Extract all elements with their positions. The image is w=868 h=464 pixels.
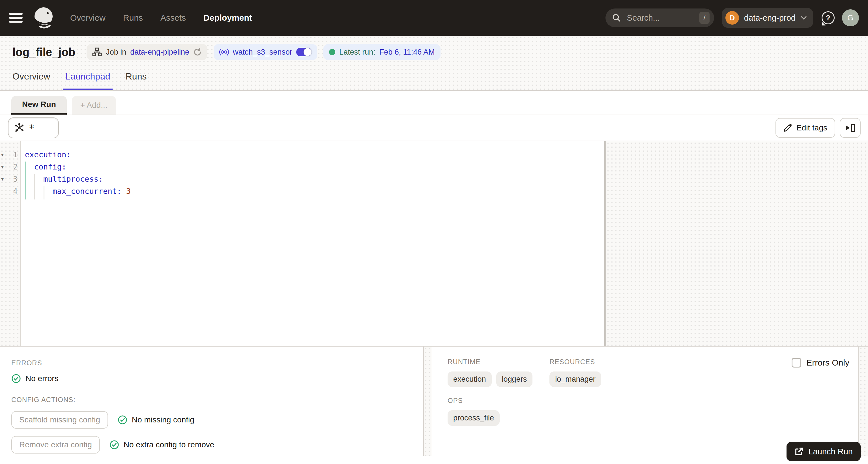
code-line[interactable]: 4 max_concurrent: 3	[0, 185, 604, 197]
tab-runs[interactable]: Runs	[124, 67, 148, 90]
errors-only-checkbox[interactable]	[792, 358, 801, 368]
page-title: log_file_job	[12, 46, 75, 59]
header-zone: log_file_job Job in data-eng-pipeline	[0, 36, 868, 91]
runtime-tag[interactable]: execution	[447, 371, 492, 387]
latest-run-link[interactable]: Feb 6, 11:46 AM	[379, 48, 435, 57]
runtime-header: RUNTIME	[447, 358, 532, 366]
job-graph-icon	[92, 48, 102, 57]
editor-split: ▾ 1 execution: ▾ 2 config: ▾ 3 multiproc…	[0, 141, 868, 347]
code-line[interactable]: ▾ 2 config:	[0, 161, 604, 173]
run-config-tab-new-run[interactable]: New Run	[11, 96, 67, 115]
job-in-label: Job in	[106, 48, 126, 57]
launch-icon	[795, 447, 804, 456]
yaml-key: config:	[25, 162, 66, 171]
yaml-key: multiprocess:	[25, 175, 103, 183]
resources-section: RESOURCES io_manager	[550, 358, 601, 387]
config-actions-header: CONFIG ACTIONS:	[11, 396, 412, 404]
search-shortcut-badge: /	[700, 12, 710, 24]
line-number: 4	[8, 187, 18, 195]
workspace-name: data-eng-prod	[744, 13, 796, 23]
chevron-down-icon	[801, 16, 807, 20]
search-icon	[612, 13, 621, 22]
user-avatar[interactable]: G	[842, 9, 859, 26]
no-extra-config-status: No extra config to remove	[110, 440, 214, 450]
op-graph-icon	[14, 123, 24, 133]
editor-right-pane	[606, 141, 868, 346]
fold-arrow-icon[interactable]: ▾	[0, 164, 8, 170]
errors-panel: ERRORS No errors CONFIG ACTIONS: Scaffol…	[0, 347, 424, 456]
code-lines: ▾ 1 execution: ▾ 2 config: ▾ 3 multiproc…	[0, 141, 604, 197]
sensor-icon	[219, 48, 229, 56]
pipeline-link[interactable]: data-eng-pipeline	[130, 48, 189, 57]
page-tabs: Overview Launchpad Runs	[0, 67, 868, 91]
search-input[interactable]	[626, 13, 694, 23]
nav-links: Overview Runs Assets Deployment	[70, 13, 252, 23]
workspace-avatar: D	[725, 11, 739, 25]
sensor-toggle[interactable]	[296, 48, 311, 56]
yaml-key: max_concurrent:	[25, 187, 126, 195]
line-number: 3	[8, 175, 18, 183]
errors-header: ERRORS	[11, 359, 412, 367]
check-circle-icon	[118, 415, 127, 425]
runtime-section: RUNTIME execution loggers	[447, 358, 532, 387]
panel-gap	[424, 347, 432, 456]
top-nav-bar: Overview Runs Assets Deployment / D data…	[0, 0, 868, 36]
op-selection-text: *	[29, 123, 34, 132]
reload-icon[interactable]	[193, 48, 202, 56]
job-location-badge: Job in data-eng-pipeline	[87, 44, 207, 60]
no-missing-config-status: No missing config	[118, 415, 194, 425]
line-number: 2	[8, 163, 18, 171]
scaffold-missing-config-button[interactable]: Scaffold missing config	[11, 411, 108, 429]
sensor-link[interactable]: watch_s3_sensor	[233, 48, 292, 57]
dagster-logo-icon[interactable]	[32, 6, 56, 30]
panel-right-margin	[859, 347, 868, 456]
launchpad-tab-row: New Run + Add...	[0, 91, 868, 115]
help-button[interactable]: ?	[822, 11, 835, 24]
bottom-strip: ERRORS No errors CONFIG ACTIONS: Scaffol…	[0, 347, 868, 456]
dagster-launchpad-page: Overview Runs Assets Deployment / D data…	[0, 0, 868, 464]
code-line[interactable]: ▾ 1 execution:	[0, 149, 604, 161]
launch-run-button[interactable]: Launch Run	[786, 442, 861, 461]
ops-header: OPS	[447, 397, 849, 405]
runtime-tag[interactable]: loggers	[496, 371, 533, 387]
fold-arrow-icon[interactable]: ▾	[0, 176, 8, 182]
scaffold-config-row: Scaffold missing config No missing confi…	[11, 411, 412, 429]
latest-run-label: Latest run:	[339, 48, 375, 57]
resources-header: RESOURCES	[550, 358, 601, 366]
no-errors-row: No errors	[11, 374, 412, 383]
code-line[interactable]: ▾ 3 multiprocess:	[0, 173, 604, 185]
target-panel: Errors Only RUNTIME execution loggers RE…	[432, 347, 859, 456]
tab-overview[interactable]: Overview	[11, 67, 51, 90]
question-mark-icon: ?	[822, 11, 835, 24]
page-header: log_file_job Job in data-eng-pipeline	[0, 36, 868, 67]
config-editor[interactable]: ▾ 1 execution: ▾ 2 config: ▾ 3 multiproc…	[0, 141, 604, 346]
latest-run-badge: Latest run: Feb 6, 11:46 AM	[323, 44, 440, 60]
workspace-switcher[interactable]: D data-eng-prod	[722, 8, 813, 28]
pencil-icon	[783, 124, 792, 132]
tab-launchpad[interactable]: Launchpad	[64, 67, 111, 90]
remove-extra-config-button[interactable]: Remove extra config	[11, 436, 100, 454]
errors-only-control[interactable]: Errors Only	[792, 358, 849, 368]
run-status-dot-icon	[329, 49, 335, 55]
edit-tags-button[interactable]: Edit tags	[775, 118, 835, 138]
panel-expand-icon	[845, 123, 856, 133]
check-circle-icon	[11, 374, 21, 383]
remove-config-row: Remove extra config No extra config to r…	[11, 436, 412, 454]
nav-item-runs[interactable]: Runs	[123, 13, 143, 23]
yaml-key: execution:	[25, 150, 71, 159]
sensor-badge: watch_s3_sensor	[214, 44, 317, 60]
check-circle-icon	[110, 440, 119, 450]
hamburger-menu-icon[interactable]	[9, 13, 23, 23]
nav-item-deployment[interactable]: Deployment	[204, 13, 252, 23]
op-selector-input[interactable]: *	[8, 117, 59, 138]
op-tag[interactable]: process_file	[447, 410, 500, 426]
launchpad-toolbar: * Edit tags	[0, 115, 868, 141]
errors-only-label: Errors Only	[806, 358, 849, 368]
fold-arrow-icon[interactable]: ▾	[0, 152, 8, 158]
expand-panel-button[interactable]	[840, 118, 861, 138]
nav-item-assets[interactable]: Assets	[160, 13, 186, 23]
add-config-tab-button[interactable]: + Add...	[72, 96, 116, 115]
global-search[interactable]: /	[606, 8, 714, 27]
resource-tag[interactable]: io_manager	[550, 371, 601, 387]
nav-item-overview[interactable]: Overview	[70, 13, 105, 23]
